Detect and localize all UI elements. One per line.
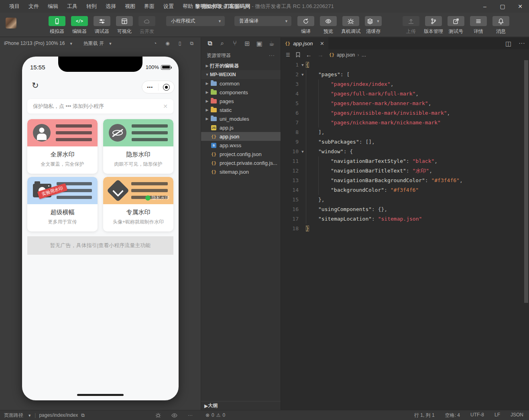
menu-设置[interactable]: 设置 bbox=[159, 0, 178, 13]
hot-reload-toggle[interactable]: 热重载 开 ▼ bbox=[83, 40, 112, 47]
tree-item-static[interactable]: ▶static bbox=[201, 106, 281, 114]
search-icon[interactable]: ⌕ bbox=[218, 40, 226, 47]
menu-视图[interactable]: 视图 bbox=[120, 0, 140, 13]
vconsole-icon[interactable] bbox=[155, 412, 161, 418]
close-icon[interactable]: ✕ bbox=[163, 103, 168, 110]
language-mode[interactable]: JSON bbox=[511, 412, 523, 419]
more-menu-button[interactable]: ••• bbox=[142, 85, 158, 89]
toolbar-button-云开发[interactable]: 云开发 bbox=[137, 16, 157, 35]
split-editor-icon[interactable]: ◫ bbox=[505, 40, 511, 47]
privacy-banner: 保护隐私，点 ••• 添加到小程序 ✕ bbox=[27, 99, 173, 114]
device-selector[interactable]: iPhone 12/13 (Pro) 100% 16 ▼ bbox=[4, 41, 73, 46]
toolbar-button-模拟器[interactable]: 模拟器 bbox=[47, 16, 67, 35]
multi-window-icon[interactable]: ⧉ bbox=[190, 41, 193, 46]
layout-icon[interactable]: ⊞ bbox=[243, 40, 251, 47]
refresh-icon[interactable]: ↻ bbox=[32, 81, 39, 90]
toolbar-button-消息[interactable]: 消息 bbox=[491, 16, 511, 35]
toolbar-button-测试号[interactable]: 测试号 bbox=[446, 16, 466, 35]
editor-more-icon[interactable]: ··· bbox=[519, 40, 525, 47]
toolbar-button-label: 真机调试 bbox=[341, 28, 360, 35]
outline-list-icon[interactable]: ☰ bbox=[286, 52, 290, 58]
menu-转到[interactable]: 转到 bbox=[82, 0, 101, 13]
line-content: "pages/index/index", bbox=[306, 79, 523, 89]
eol-setting[interactable]: LF bbox=[494, 412, 500, 419]
toolbar-button-详情[interactable]: 详情 bbox=[469, 16, 488, 35]
copy-icon[interactable]: ⧉ bbox=[81, 412, 85, 418]
tree-item-app.wxss[interactable]: Sapp.wxss bbox=[201, 141, 281, 150]
card-专属水印[interactable]: 隐私水印专属水印头像+昵称就能制作水印 bbox=[103, 177, 173, 231]
menu-帮助[interactable]: 帮助 bbox=[178, 0, 197, 13]
menu-选择[interactable]: 选择 bbox=[101, 0, 120, 13]
fold-gutter bbox=[299, 176, 306, 185]
nav-back-icon[interactable]: ← bbox=[306, 51, 312, 58]
indent-setting[interactable]: 空格: 4 bbox=[445, 412, 460, 419]
nav-forward-icon[interactable]: → bbox=[317, 51, 324, 58]
user-avatar[interactable] bbox=[6, 18, 16, 28]
card-全屏水印[interactable]: 全屏水印全文覆盖，完全保护 bbox=[27, 119, 98, 174]
cursor-position[interactable]: 行 1, 列 1 bbox=[414, 412, 435, 419]
encoding-setting[interactable]: UTF-8 bbox=[470, 412, 484, 419]
code-line-9: 9"subPackages": [], bbox=[281, 137, 523, 147]
tree-item-project.config.json[interactable]: {}project.config.json bbox=[201, 150, 281, 158]
compile-mode-dropdown[interactable]: 普通编译▼ bbox=[234, 16, 291, 26]
tree-item-sitemap.json[interactable]: {}sitemap.json bbox=[201, 167, 281, 176]
minimize-button[interactable]: – bbox=[476, 0, 494, 13]
close-button[interactable]: ✕ bbox=[511, 0, 529, 13]
toolbar-button-调试器[interactable]: 调试器 bbox=[92, 16, 112, 35]
toolbar-button-预览[interactable]: 预览 bbox=[319, 16, 338, 35]
menu-界面[interactable]: 界面 bbox=[140, 0, 159, 13]
toolbar-button-可视化[interactable]: 可视化 bbox=[115, 16, 134, 35]
card-隐形水印[interactable]: 隐形水印肉眼不可见，隐形保护 bbox=[103, 119, 173, 174]
maximize-button[interactable]: ▢ bbox=[494, 0, 511, 13]
bookmark-icon[interactable] bbox=[296, 52, 300, 57]
project-root[interactable]: ▼MP-WEIXIN bbox=[201, 70, 281, 79]
toolbar-button-清缓存[interactable]: ▼清缓存 bbox=[364, 16, 383, 35]
package-icon[interactable]: ▣ bbox=[255, 40, 263, 47]
tree-item-app.js[interactable]: JSapp.js bbox=[201, 123, 281, 132]
json-file-icon: {} bbox=[211, 152, 217, 157]
fold-chevron-icon[interactable]: ▼ bbox=[299, 60, 306, 70]
fold-chevron-icon[interactable]: ▼ bbox=[299, 70, 306, 79]
scrollbar-thumb[interactable] bbox=[524, 60, 528, 303]
fold-gutter bbox=[299, 89, 306, 99]
menu-项目[interactable]: 项目 bbox=[5, 0, 24, 13]
more-icon[interactable]: ··· bbox=[188, 412, 193, 418]
tree-item-common[interactable]: ▶common bbox=[201, 79, 281, 88]
tree-item-components[interactable]: ▶components bbox=[201, 88, 281, 97]
breadcrumb[interactable]: {} app.json › … bbox=[329, 52, 366, 58]
mode-dropdown[interactable]: 小程序模式▼ bbox=[166, 16, 225, 26]
toolbar-button-上传[interactable]: 上传 bbox=[401, 16, 421, 35]
tree-item-app.json[interactable]: {}app.json bbox=[201, 132, 281, 141]
tree-item-uni_modules[interactable]: ▶uni_modules bbox=[201, 114, 281, 123]
toolbar-button-版本管理[interactable]: 版本管理 bbox=[424, 16, 443, 35]
menu-文件[interactable]: 文件 bbox=[24, 0, 43, 13]
files-icon[interactable]: ⧉ bbox=[206, 40, 214, 47]
device-frame-icon[interactable]: ▯ bbox=[179, 41, 181, 46]
fold-chevron-icon[interactable]: ▼ bbox=[299, 147, 306, 156]
more-actions-icon[interactable]: ··· bbox=[269, 53, 275, 58]
page-path-dropdown[interactable]: 页面路径 ▼ bbox=[4, 412, 31, 419]
menu-微信开发者工具[interactable]: 微信开发者工具 bbox=[197, 0, 243, 13]
toolbar-button-真机调试[interactable]: 真机调试 bbox=[341, 16, 360, 35]
tree-item-project.private.config.js...[interactable]: {}project.private.config.js... bbox=[201, 158, 281, 167]
problems-indicator[interactable]: ⊗ 0 ⚠ 0 bbox=[201, 412, 225, 418]
card-超级横幅[interactable]: 实验用水印超级横幅更多用于宣传 bbox=[27, 177, 98, 231]
plugin-icon[interactable]: ☕ bbox=[268, 40, 276, 47]
toolbar-button-编辑器[interactable]: </>编辑器 bbox=[70, 16, 89, 35]
tree-item-pages[interactable]: ▶pages bbox=[201, 97, 281, 106]
menu-工具[interactable]: 工具 bbox=[63, 0, 82, 13]
exit-button[interactable] bbox=[159, 84, 175, 91]
record-icon[interactable]: ◉ bbox=[165, 41, 169, 46]
eye-icon[interactable] bbox=[171, 412, 177, 418]
open-editors-section[interactable]: ▶打开的编辑器 bbox=[201, 61, 281, 70]
fold-gutter bbox=[299, 214, 306, 224]
tab-app-json[interactable]: {} app.json ✕ bbox=[281, 37, 328, 49]
code-area[interactable]: 1▼{2▼"pages": [3"pages/index/index",4"pa… bbox=[281, 60, 523, 410]
tab-close-icon[interactable]: ✕ bbox=[320, 41, 324, 47]
toolbar-button-编译[interactable]: 编译 bbox=[296, 16, 315, 35]
outline-section[interactable]: ▶大纲 bbox=[201, 401, 281, 410]
editor-scrollbar[interactable] bbox=[523, 60, 529, 410]
loading-icon[interactable]: ◔ bbox=[154, 41, 157, 46]
menu-编辑[interactable]: 编辑 bbox=[43, 0, 63, 13]
git-branch-icon[interactable]: ⑂ bbox=[231, 40, 239, 47]
